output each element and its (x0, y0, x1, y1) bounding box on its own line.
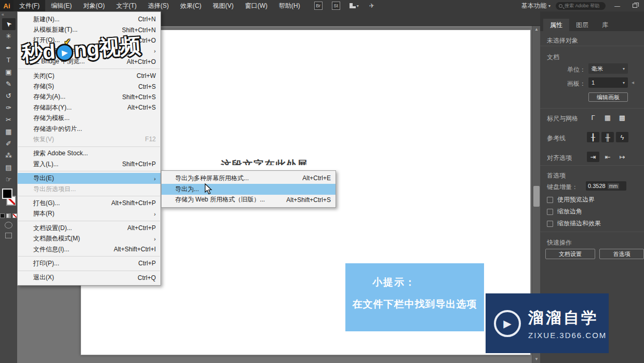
rectangle-tool[interactable]: ▣ (2, 66, 16, 78)
menu-file[interactable]: 文件(F) (14, 0, 45, 11)
bridge-badge[interactable]: Br (314, 2, 323, 10)
checkbox-scale-corners[interactable]: 缩放边角 (547, 207, 582, 216)
lock-guides-icon[interactable]: ╫ (601, 132, 614, 142)
tip-box: 小提示： 在文件下栏中找到导出选项 (345, 263, 484, 331)
menu-select[interactable]: 选择(S) (142, 0, 175, 11)
pen-tool[interactable]: ✒ (2, 42, 16, 54)
tools-panel: « ➤ ✳ ✒ T ▣ ✎ ↺ ✑ ✂ ▦ ✐ ⁂ ▤ ☞ (0, 11, 17, 363)
menu-item-label: 文档设置(D)... (33, 224, 121, 233)
collapse-panel-icon[interactable]: « (0, 11, 6, 18)
eyedropper-tool[interactable]: ✐ (2, 138, 16, 150)
minimize-button[interactable]: — (611, 3, 624, 9)
flyout-left-icon[interactable]: ◂ (632, 79, 634, 85)
menu-object[interactable]: 对象(O) (77, 0, 110, 11)
menu-separator (18, 171, 160, 171)
search-input[interactable]: 搜索 Adobe 帮助 (556, 2, 606, 10)
gradient-button[interactable] (6, 213, 11, 218)
screen-mode-button[interactable] (5, 233, 12, 238)
workspace-switcher[interactable]: 基本功能▾ (521, 2, 551, 10)
menu-item-search-adobe-stock[interactable]: 搜索 Adobe Stock... (18, 149, 160, 159)
menu-item-new[interactable]: 新建(N)...Ctrl+N (18, 14, 160, 24)
rotate-tool[interactable]: ↺ (2, 90, 16, 102)
unit-label: 单位： (546, 65, 586, 74)
submenu-arrow-icon: › (154, 176, 156, 182)
menu-item-save-as-template[interactable]: 存储为模板... (18, 113, 160, 124)
menu-view[interactable]: 视图(V) (207, 0, 239, 11)
menu-item-export[interactable]: 导出(E)› (18, 173, 160, 183)
scroll-up-icon[interactable]: ▲ (532, 26, 540, 33)
color-button[interactable] (0, 213, 5, 218)
snap-to-grid-icon[interactable]: ⇤ (601, 152, 614, 162)
magic-wand-tool[interactable]: ✳ (2, 30, 16, 42)
none-button[interactable] (12, 213, 17, 218)
menu-item-label: 新建(N)... (33, 15, 132, 24)
menu-item-scripts[interactable]: 脚本(R)› (18, 209, 160, 219)
artboard-tool[interactable]: ▤ (2, 162, 16, 173)
grid-icon[interactable]: ▦ (601, 112, 614, 123)
tab-libraries[interactable]: 库 (595, 19, 615, 31)
checkbox-preview-bounds[interactable]: 使用预览边界 (547, 195, 595, 204)
clipped-canvas-text: 这段文字在此处展示 (221, 158, 309, 165)
menu-item-document-setup[interactable]: 文档设置(D)...Alt+Ctrl+P (18, 223, 160, 233)
selection-tool[interactable]: ➤ (2, 18, 16, 30)
menu-item-exit[interactable]: 退出(X)Ctrl+Q (18, 273, 160, 283)
menu-item-label: 文件信息(I)... (33, 245, 108, 254)
share-icon[interactable]: ✈ (369, 2, 375, 9)
submenu-item-export-for-screens[interactable]: 导出为多种屏幕所用格式...Alt+Ctrl+E (162, 173, 336, 184)
workspace-label: 基本功能 (521, 2, 546, 10)
keyboard-increment-field[interactable]: 0.3528 mm (586, 181, 626, 191)
snap-to-pixel-icon[interactable]: ⇥ (587, 152, 599, 162)
hand-tool[interactable]: ☞ (2, 173, 16, 185)
document-setup-button[interactable]: 文档设置 (545, 249, 595, 259)
menu-help[interactable]: 帮助(H) (273, 0, 306, 11)
symbol-sprayer-tool[interactable]: ⁂ (2, 150, 16, 162)
menu-item-package[interactable]: 打包(G)...Alt+Shift+Ctrl+P (18, 198, 160, 208)
menu-item-print[interactable]: 打印(P)...Ctrl+P (18, 258, 160, 268)
preferences-button[interactable]: 首选项 (599, 249, 644, 259)
draw-mode-button[interactable] (5, 222, 12, 228)
fill-swatch[interactable] (2, 189, 12, 199)
arrange-documents-button[interactable]: ▾ (350, 3, 359, 8)
watermark-bottom-right: ▶ 溜溜自学 ZIXUE.3D66.COM (486, 293, 609, 353)
eyedropper-icon: ✐ (6, 140, 11, 147)
submenu-item-export-as[interactable]: 导出为... (162, 184, 336, 195)
menu-separator (18, 256, 160, 257)
stock-badge[interactable]: St (332, 2, 340, 10)
type-tool[interactable]: T (2, 54, 16, 66)
restore-button[interactable] (629, 3, 641, 9)
show-guides-icon[interactable]: ╂ (587, 132, 599, 142)
scroll-down-icon[interactable]: ▼ (532, 356, 540, 363)
chevron-down-icon: ▾ (623, 66, 625, 71)
watermark-url: ZIXUE.3D66.COM (528, 331, 607, 340)
menu-type[interactable]: 文字(T) (111, 0, 142, 11)
tab-properties[interactable]: 属性 (543, 19, 569, 31)
hand-icon: ☞ (6, 176, 12, 183)
submenu-item-save-for-web[interactable]: 存储为 Web 所用格式（旧版）...Alt+Shift+Ctrl+S (162, 195, 336, 206)
tab-layers[interactable]: 图层 (569, 19, 595, 31)
smart-guides-icon[interactable]: ϟ (616, 132, 628, 142)
ruler-icon[interactable]: Γ (587, 112, 599, 123)
transparency-grid-icon[interactable]: ▩ (616, 112, 628, 123)
menu-item-save-as[interactable]: 存储为(A)...Shift+Ctrl+S (18, 92, 160, 102)
guides-label: 参考线 (547, 134, 566, 143)
scissors-tool[interactable]: ✂ (2, 114, 16, 126)
scrollbar-thumb[interactable] (533, 186, 540, 207)
menu-window[interactable]: 窗口(W) (239, 0, 273, 11)
menu-item-save-selected-slices[interactable]: 存储选中的切片... (18, 124, 160, 134)
snap-to-point-icon[interactable]: ↦ (616, 152, 628, 162)
mesh-tool[interactable]: ▦ (2, 126, 16, 138)
menu-item-file-info[interactable]: 文件信息(I)...Alt+Shift+Ctrl+I (18, 244, 160, 254)
menu-item-close[interactable]: 关闭(C)Ctrl+W (18, 71, 160, 81)
menu-effect[interactable]: 效果(C) (175, 0, 207, 11)
menu-item-place[interactable]: 置入(L)...Shift+Ctrl+P (18, 159, 160, 169)
menu-edit[interactable]: 编辑(E) (45, 0, 77, 11)
menu-item-save[interactable]: 存储(S)Ctrl+S (18, 81, 160, 91)
artboard-dropdown[interactable]: 1▾ (588, 77, 628, 88)
pencil-tool[interactable]: ✎ (2, 78, 16, 90)
edit-artboard-button[interactable]: 编辑画板 (588, 92, 628, 102)
unit-dropdown[interactable]: 毫米▾ (588, 63, 628, 74)
checkbox-scale-strokes[interactable]: 缩放描边和效果 (547, 219, 601, 228)
menu-item-document-color-mode[interactable]: 文档颜色模式(M)› (18, 233, 160, 244)
brush-tool[interactable]: ✑ (2, 102, 16, 114)
menu-item-save-copy[interactable]: 存储副本(Y)...Alt+Ctrl+S (18, 102, 160, 113)
